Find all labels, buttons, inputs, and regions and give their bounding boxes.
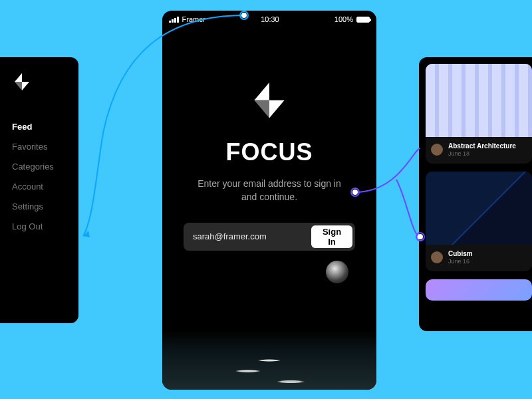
clock: 10:30: [261, 15, 279, 23]
login-subtitle: Enter your email address to sign in and …: [196, 177, 342, 204]
carrier-label: Framer: [182, 15, 205, 23]
touch-indicator: [326, 261, 348, 283]
signin-row: Sign In: [184, 223, 355, 251]
svg-marker-0: [83, 231, 90, 237]
signin-button[interactable]: Sign In: [311, 225, 352, 248]
sidebar-item-categories[interactable]: Categories: [12, 162, 66, 171]
sidebar-item-account[interactable]: Account: [12, 182, 66, 191]
bolt-icon: [12, 73, 66, 96]
card-date: June 18: [448, 150, 516, 157]
status-bar: Framer 10:30 100%: [162, 11, 376, 25]
card-date: June 16: [448, 258, 473, 265]
app-title: FOCUS: [226, 138, 313, 166]
card-image: [426, 279, 532, 301]
sidebar-item-settings[interactable]: Settings: [12, 202, 66, 211]
avatar: [431, 251, 443, 263]
sidebar-item-logout[interactable]: Log Out: [12, 222, 66, 231]
card-image: [426, 172, 532, 245]
sidebar-item-favorites[interactable]: Favorites: [12, 142, 66, 151]
sidebar-item-feed[interactable]: Feed: [12, 122, 66, 131]
email-field[interactable]: [186, 231, 311, 241]
feed-panel: Abstract Architecture June 18 Cubism Jun…: [419, 57, 532, 331]
card-title: Cubism: [448, 250, 473, 257]
login-hero: FOCUS Enter your email address to sign i…: [162, 25, 376, 251]
signal-icon: [169, 17, 179, 23]
sidebar: Feed Favorites Categories Account Settin…: [0, 57, 78, 323]
feed-card[interactable]: [426, 279, 532, 301]
battery-pct: 100%: [334, 15, 353, 23]
feed-card[interactable]: Abstract Architecture June 18: [426, 64, 532, 164]
avatar: [431, 144, 443, 156]
battery-icon: [356, 17, 370, 23]
bolt-icon: [249, 82, 290, 132]
card-image: [426, 64, 532, 137]
card-title: Abstract Architecture: [448, 142, 516, 150]
phone-frame: Framer 10:30 100% FOCUS Enter your email…: [162, 11, 376, 390]
feed-card[interactable]: Cubism June 16: [426, 172, 532, 271]
